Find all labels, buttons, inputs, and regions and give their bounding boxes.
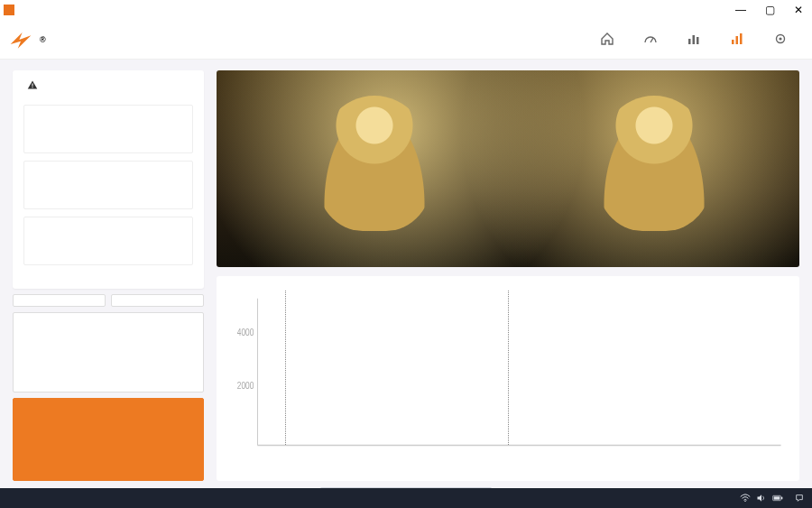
results-sidebar	[13, 70, 204, 481]
svg-rect-3	[697, 37, 699, 44]
hardware-info	[23, 265, 193, 280]
gear-icon	[773, 32, 788, 46]
gauge-icon	[643, 32, 658, 46]
bars-icon	[687, 32, 701, 46]
window-minimize-button[interactable]: —	[731, 4, 751, 16]
svg-rect-17	[774, 496, 780, 499]
app-icon	[4, 5, 14, 15]
results-icon	[730, 32, 744, 46]
monitor-chart[interactable]: 4000 2000	[226, 285, 790, 472]
svg-point-15	[744, 501, 745, 502]
nav-tabs	[592, 32, 796, 48]
svg-rect-2	[693, 35, 696, 44]
metric-xess-on	[23, 161, 193, 209]
home-icon	[600, 32, 614, 46]
svg-rect-6	[740, 33, 743, 44]
nav-results[interactable]	[722, 32, 752, 48]
volume-icon[interactable]	[756, 494, 767, 503]
svg-text:2000: 2000	[237, 380, 254, 392]
metric-perf-diff-value	[33, 225, 183, 257]
save-button[interactable]	[111, 294, 204, 307]
metric-perf-diff	[23, 217, 193, 265]
titlebar: — ▢ ✕	[0, 0, 812, 20]
battery-icon[interactable]	[772, 494, 783, 503]
svg-text:4000: 4000	[237, 327, 254, 338]
chart-legend-labels	[226, 474, 790, 476]
nav-options[interactable]	[765, 32, 796, 48]
score-title	[23, 79, 193, 90]
results-main: 4000 2000	[217, 70, 799, 481]
nav-stress[interactable]	[678, 32, 709, 48]
metric-xess-off-value	[33, 113, 183, 145]
compare-online-button[interactable]	[13, 312, 204, 393]
nav-home[interactable]	[592, 32, 623, 48]
svg-rect-4	[732, 40, 734, 44]
window-close-button[interactable]: ✕	[789, 4, 808, 16]
wifi-icon[interactable]	[740, 494, 751, 503]
taskbar[interactable]	[0, 488, 812, 508]
rerun-button[interactable]	[13, 398, 204, 482]
notifications-icon[interactable]	[794, 494, 805, 503]
marker-xess-start	[285, 291, 286, 445]
logo-mark-icon	[9, 28, 32, 51]
app-header: ®	[0, 20, 812, 60]
svg-point-8	[779, 37, 781, 40]
logo-reg-mark: ®	[40, 35, 46, 44]
nav-benchmark[interactable]	[635, 32, 666, 48]
load-button[interactable]	[13, 294, 106, 307]
metric-xess-off	[23, 105, 193, 153]
svg-line-0	[651, 38, 653, 42]
app-logo: ®	[9, 28, 46, 51]
content-area: 4000 2000	[0, 60, 812, 488]
svg-rect-5	[736, 36, 739, 44]
hero-title	[217, 217, 799, 245]
score-card	[13, 70, 204, 289]
warning-icon	[27, 79, 38, 90]
marker-xess-on	[508, 291, 509, 445]
hero-banner	[217, 70, 799, 267]
monitor-panel: 4000 2000	[217, 276, 799, 481]
svg-rect-1	[688, 39, 691, 44]
metric-xess-on-value	[33, 169, 183, 201]
window-maximize-button[interactable]: ▢	[760, 4, 780, 16]
svg-rect-9	[32, 84, 32, 87]
svg-rect-18	[781, 497, 782, 500]
svg-rect-10	[32, 87, 32, 88]
